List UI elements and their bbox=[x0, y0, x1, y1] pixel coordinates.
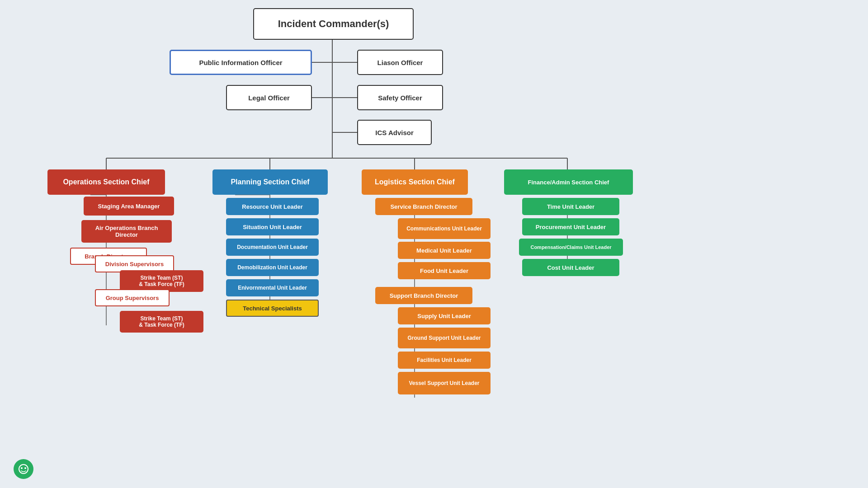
medical-box: Medical Unit Leader bbox=[398, 242, 491, 259]
food-box: Food Unit Leader bbox=[398, 262, 491, 279]
svg-point-51 bbox=[21, 467, 23, 469]
fin_chief-box: Finance/Admin Section Chief bbox=[504, 169, 633, 195]
bot-icon[interactable] bbox=[14, 459, 33, 479]
plan_chief-box: Planning Section Chief bbox=[212, 169, 328, 195]
environ-box: Enivornmental Unit Leader bbox=[226, 279, 319, 296]
strike1-box: Strike Team (ST) & Task Force (TF) bbox=[120, 270, 203, 292]
public_info-box: Public Information Officer bbox=[170, 50, 312, 75]
time-box: Time Unit Leader bbox=[522, 198, 619, 215]
air_ops-box: Air Operations Branch Director bbox=[81, 220, 172, 243]
documentation-box: Documentation Unit Leader bbox=[226, 239, 319, 256]
procurement-box: Procurement Unit Leader bbox=[522, 218, 619, 235]
group_sup-box: Group Supervisors bbox=[95, 289, 170, 306]
resource-box: Resource Unit Leader bbox=[226, 198, 319, 215]
service_branch-box: Service Branch Director bbox=[375, 198, 472, 215]
cost-box: Cost Unit Leader bbox=[522, 259, 619, 276]
ics_advisor-box: ICS Advisor bbox=[357, 120, 432, 145]
staging-box: Staging Area Manager bbox=[84, 197, 174, 216]
tech_spec-box: Technical Specialists bbox=[226, 300, 319, 317]
org-chart: Incident Commander(s)Public Information … bbox=[0, 0, 868, 488]
ground-box: Ground Support Unit Leader bbox=[398, 328, 491, 348]
situation-box: Situation Unit Leader bbox=[226, 218, 319, 235]
vessel-box: Vessel Support Unit Leader bbox=[398, 372, 491, 394]
legal-box: Legal Officer bbox=[226, 85, 312, 110]
strike2-box: Strike Team (ST) & Task Force (TF) bbox=[120, 311, 203, 333]
comms-box: Communications Unit Leader bbox=[398, 218, 491, 239]
svg-point-50 bbox=[19, 465, 28, 474]
facilities-box: Facilities Unit Leader bbox=[398, 352, 491, 369]
compensation-box: Compensation/Claims Unit Leader bbox=[519, 239, 623, 256]
incident_commander-box: Incident Commander(s) bbox=[253, 8, 414, 40]
demob-box: Demobilization Unit Leader bbox=[226, 259, 319, 276]
ops_chief-box: Operations Section Chief bbox=[47, 169, 165, 195]
liason-box: Liason Officer bbox=[357, 50, 443, 75]
log_chief-box: Logistics Section Chief bbox=[362, 169, 468, 195]
supply-box: Supply Unit Leader bbox=[398, 307, 491, 324]
svg-point-52 bbox=[24, 467, 26, 469]
safety-box: Safety Officer bbox=[357, 85, 443, 110]
support_branch-box: Support Branch Director bbox=[375, 287, 472, 304]
